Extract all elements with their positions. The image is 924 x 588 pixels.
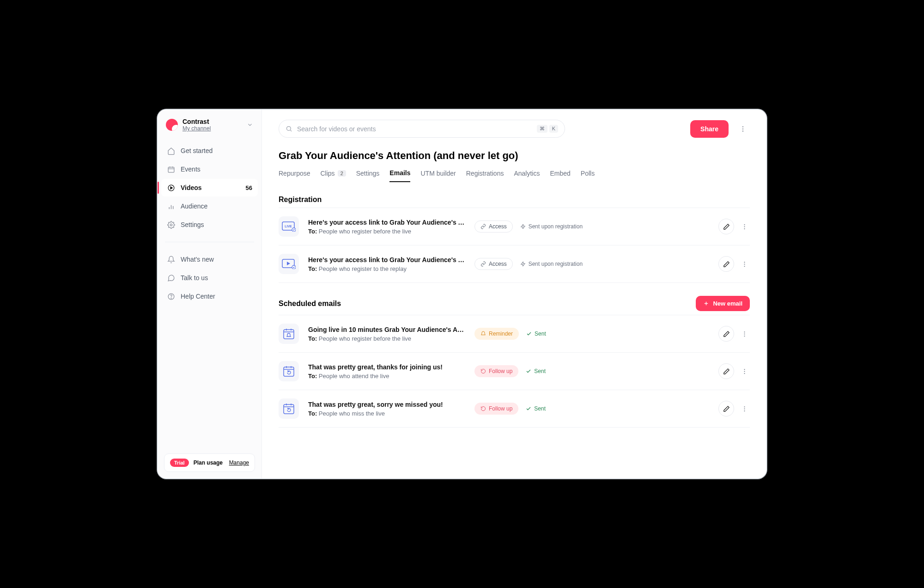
tab-embed[interactable]: Embed [550, 169, 570, 182]
svg-point-21 [744, 224, 745, 225]
sidebar-item-settings[interactable]: Settings [161, 216, 258, 233]
search-input[interactable]: Search for videos or events ⌘ K [279, 120, 565, 138]
new-email-label: New email [713, 300, 742, 307]
bell-icon [480, 331, 486, 337]
tab-repurpose[interactable]: Repurpose [279, 169, 310, 182]
edit-button[interactable] [718, 219, 734, 234]
sidebar-item-talk-to-us[interactable]: Talk to us [161, 269, 258, 287]
link-icon [480, 261, 486, 267]
sidebar-item-get-started[interactable]: Get started [161, 142, 258, 159]
tab-analytics[interactable]: Analytics [514, 169, 540, 182]
sidebar-item-videos[interactable]: Videos56 [161, 179, 258, 196]
email-title: Here's your access link to Grab Your Aud… [308, 256, 465, 263]
gear-icon [167, 220, 175, 229]
svg-point-39 [744, 335, 745, 336]
email-recipients: To: People who register to the replay [308, 265, 465, 272]
email-title: That was pretty great, thanks for joinin… [308, 363, 465, 371]
email-status: Sent [526, 331, 546, 337]
play-icon [167, 184, 175, 192]
tab-registrations[interactable]: Registrations [466, 169, 504, 182]
svg-point-14 [742, 126, 743, 127]
edit-button[interactable] [718, 256, 734, 272]
tab-polls[interactable]: Polls [581, 169, 595, 182]
email-recipients: To: People who register before the live [308, 335, 465, 342]
search-placeholder: Search for videos or events [297, 125, 376, 133]
plus-icon [703, 300, 709, 306]
nav-separator [165, 242, 254, 242]
email-row: Going live in 10 minutes Grab Your Audie… [279, 315, 750, 352]
tab-label: Embed [550, 170, 570, 177]
sidebar-item-what-s-new[interactable]: What's new [161, 251, 258, 268]
tab-label: Polls [581, 170, 595, 177]
check-icon [526, 331, 532, 337]
email-row: LIVEHere's your access link to Grab Your… [279, 208, 750, 245]
trial-badge: Trial [170, 459, 189, 467]
tab-label: Repurpose [279, 170, 310, 177]
svg-marker-5 [170, 186, 172, 189]
sidebar-item-audience[interactable]: Audience [161, 197, 258, 215]
tab-emails[interactable]: Emails [389, 169, 410, 182]
main-content: Search for videos or events ⌘ K Share Gr… [262, 110, 766, 478]
svg-point-44 [744, 369, 745, 370]
svg-point-45 [744, 371, 745, 372]
sidebar: Contrast My channel Get startedEventsVid… [158, 110, 262, 478]
share-button[interactable]: Share [690, 120, 729, 138]
sidebar-item-label: Videos [181, 184, 202, 191]
row-type-icon [279, 361, 299, 381]
workspace-switcher[interactable]: Contrast My channel [158, 110, 261, 142]
sidebar-item-help-center[interactable]: Help Center [161, 288, 258, 305]
section-title-scheduled: Scheduled emails [279, 300, 341, 308]
top-bar: Search for videos or events ⌘ K Share [279, 120, 750, 138]
tab-settings[interactable]: Settings [356, 169, 380, 182]
tab-label: Analytics [514, 170, 540, 177]
check-icon [526, 406, 531, 411]
tab-label: Settings [356, 170, 380, 177]
nav-main: Get startedEventsVideos56AudienceSetting… [158, 142, 261, 233]
edit-button[interactable] [718, 363, 734, 379]
search-icon [286, 125, 292, 132]
row-more-button[interactable] [739, 219, 750, 234]
email-recipients: To: People who register before the live [308, 228, 465, 235]
tab-label: Clips [321, 170, 335, 177]
row-more-button[interactable] [739, 363, 750, 379]
email-type-badge: Access [474, 220, 513, 233]
sidebar-item-label: What's new [181, 256, 214, 263]
row-more-button[interactable] [739, 326, 750, 342]
registration-list: LIVEHere's your access link to Grab Your… [279, 208, 750, 283]
new-email-button[interactable]: New email [696, 296, 750, 311]
edit-button[interactable] [718, 326, 734, 342]
bars-icon [167, 202, 175, 210]
svg-line-13 [290, 130, 292, 131]
sidebar-item-label: Events [181, 165, 201, 173]
row-more-button[interactable] [739, 256, 750, 272]
tab-utm-builder[interactable]: UTM builder [420, 169, 456, 182]
svg-point-15 [742, 128, 743, 129]
edit-button[interactable] [718, 401, 734, 416]
tab-badge: 2 [338, 170, 346, 177]
row-type-icon [279, 254, 299, 274]
calendar-icon [167, 165, 175, 173]
row-type-icon: LIVE [279, 216, 299, 237]
bolt-icon [520, 261, 526, 267]
row-type-icon [279, 398, 299, 419]
section-title-registration: Registration [279, 196, 750, 204]
row-more-button[interactable] [739, 401, 750, 416]
home-icon [167, 147, 175, 155]
sidebar-item-events[interactable]: Events [161, 160, 258, 178]
svg-point-16 [742, 130, 743, 131]
sidebar-item-label: Audience [181, 202, 207, 210]
svg-point-46 [744, 373, 745, 374]
manage-link[interactable]: Manage [229, 459, 249, 466]
sidebar-item-label: Get started [181, 147, 213, 154]
sidebar-item-label: Talk to us [181, 274, 208, 282]
email-status: Sent [526, 405, 546, 412]
tab-label: Emails [389, 169, 410, 177]
more-button[interactable] [736, 121, 750, 137]
svg-point-22 [744, 226, 745, 227]
sidebar-item-count: 56 [246, 184, 252, 191]
search-shortcut: ⌘ K [537, 125, 558, 133]
svg-marker-20 [521, 224, 525, 229]
svg-point-28 [744, 262, 745, 263]
tab-clips[interactable]: Clips2 [321, 169, 346, 182]
chevron-down-icon [247, 122, 253, 128]
